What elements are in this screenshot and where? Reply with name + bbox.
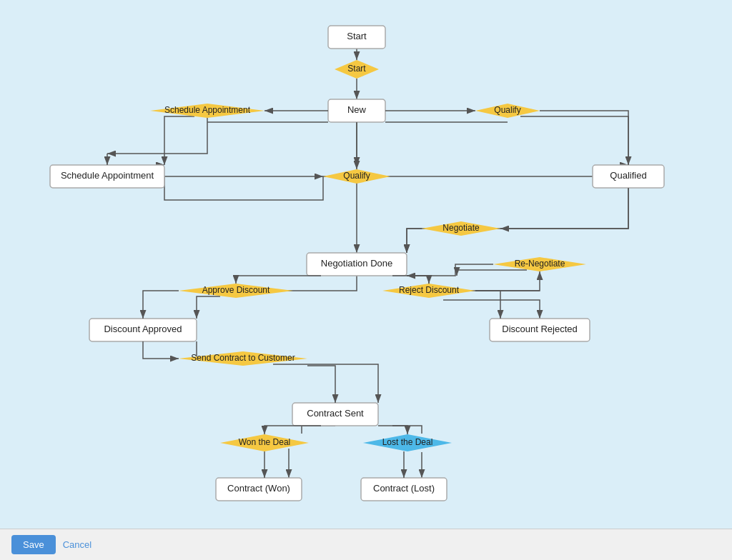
send-contract-label: Send Contract to Customer	[191, 353, 295, 363]
won-label: Won the Deal	[239, 437, 291, 447]
qualified-box: Qualified	[593, 165, 664, 188]
contract-sent-label: Contract Sent	[307, 408, 364, 419]
schedule-diamond-label: Schedule Appointment	[164, 105, 251, 115]
negotiate-label: Negotiate	[442, 223, 480, 233]
discount-approved-box: Discount Approved	[89, 319, 197, 341]
reject-label: Reject Discount	[399, 285, 460, 295]
discount-rejected-box: Discount Rejected	[490, 319, 590, 341]
start-box-label: Start	[347, 31, 367, 41]
contract-lost-label: Contract (Lost)	[373, 483, 435, 494]
qualified-box-label: Qualified	[610, 170, 646, 181]
contract-sent-box: Contract Sent	[292, 403, 378, 426]
qualify-mid-label: Qualify	[343, 171, 370, 181]
contract-won-label: Contract (Won)	[227, 483, 290, 494]
new-box-label: New	[347, 104, 367, 115]
discount-rejected-label: Discount Rejected	[502, 324, 578, 334]
approve-label: Approve Discount	[202, 285, 270, 295]
cancel-button[interactable]: Cancel	[63, 539, 92, 550]
schedule-box-label: Schedule Appointment	[61, 170, 154, 181]
start-diamond-label: Start	[347, 64, 366, 74]
discount-approved-label: Discount Approved	[104, 324, 182, 334]
save-button[interactable]: Save	[11, 535, 56, 554]
start-box: Start	[328, 26, 385, 49]
qualify-top-label: Qualify	[494, 105, 520, 115]
lost-label: Lost the Deal	[382, 437, 433, 447]
renegotiate-label: Re-Negotiate	[515, 259, 565, 269]
schedule-appointment-box: Schedule Appointment	[50, 165, 164, 188]
contract-lost-box: Contract (Lost)	[361, 478, 447, 501]
new-box: New	[328, 99, 385, 122]
footer: Save Cancel	[0, 529, 732, 560]
contract-won-box: Contract (Won)	[216, 478, 302, 501]
negotiation-done-box: Negotiation Done	[307, 253, 407, 276]
negotiation-done-label: Negotiation Done	[321, 258, 392, 269]
